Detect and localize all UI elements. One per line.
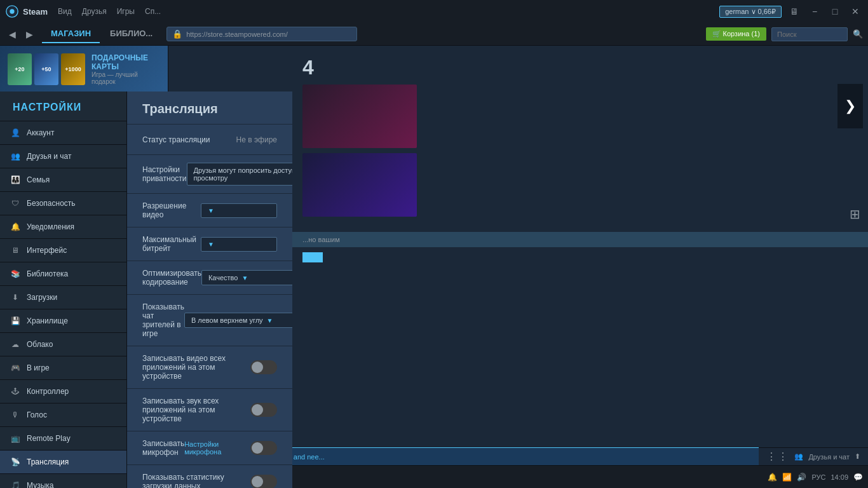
forward-button[interactable]: ▶ [22, 28, 37, 41]
cart-button[interactable]: 🛒 Корзина (1) [706, 27, 766, 41]
tab-library[interactable]: БИБЛИО... [101, 25, 161, 43]
record-audio-label: Записывать звук всех приложений на этом … [142, 396, 250, 423]
settings-nav-cloud[interactable]: ☁ Облако [0, 333, 126, 356]
setting-encoding: Оптимизировать кодирование Качество ▼ [127, 261, 292, 295]
bitrate-label: Максимальный битрейт [142, 235, 201, 253]
taskbar-lang[interactable]: РУС [811, 473, 825, 481]
taskbar-network[interactable]: 📶 [782, 473, 792, 482]
friends-bar-icon: 👥 [794, 452, 803, 461]
bandwidth-stats-label: Показывать статистику загрузки данных [142, 473, 250, 488]
broadcast-icon: 📡 [10, 457, 20, 467]
window-restore-button[interactable]: □ [827, 4, 843, 19]
storage-icon: 💾 [10, 316, 20, 326]
show-chat-dropdown[interactable]: В левом верхнем углу ▼ [184, 313, 292, 328]
setting-record-video: Записывать видео всех приложений на этом… [127, 346, 292, 389]
setting-privacy: Настройки приватности Друзья могут попро… [127, 155, 292, 194]
app-title: Steam [23, 7, 48, 17]
settings-nav-interface[interactable]: 🖥 Интерфейс [0, 239, 126, 262]
taskbar-notifications[interactable]: 🔔 [768, 473, 777, 482]
voice-icon: 🎙 [10, 410, 20, 420]
search-icon[interactable]: 🔍 [853, 29, 863, 39]
security-icon: 🛡 [10, 198, 20, 208]
gift-card-medium: +50 [34, 53, 58, 85]
settings-nav-ingame[interactable]: 🎮 В игре [0, 356, 126, 380]
bitrate-dropdown[interactable]: ▼ [201, 237, 277, 252]
titlebar-controls: german ∨ 0,66₽ 🖥 − □ ✕ [719, 4, 863, 19]
encoding-label: Оптимизировать кодирование [142, 269, 201, 287]
menu-games[interactable]: Игры [117, 7, 135, 16]
taskbar-right: 🔔 📶 🔊 РУС 14:09 💬 [768, 473, 863, 482]
tab-store[interactable]: МАГАЗИН [42, 25, 100, 43]
gift-title[interactable]: ПОДАРОЧНЫЕ КАРТЫ [92, 53, 160, 71]
settings-nav-account[interactable]: 👤 Аккаунт [0, 121, 126, 145]
settings-nav-music[interactable]: 🎵 Музыка [0, 474, 126, 488]
gift-card-large: +1000 [61, 53, 85, 85]
window-minimize-button[interactable]: − [807, 4, 822, 19]
settings-nav-remoteplay[interactable]: 📺 Remote Play [0, 427, 126, 451]
record-video-knob [252, 362, 263, 373]
window-close-button[interactable]: ✕ [848, 4, 863, 19]
settings-nav-downloads[interactable]: ⬇ Загрузки [0, 286, 126, 309]
setting-record-audio: Записывать звук всех приложений на этом … [127, 389, 292, 431]
setting-resolution: Разрешение видео ▼ [127, 194, 292, 227]
address-bar[interactable]: 🔒 https://store.steampowered.com/ [166, 27, 357, 41]
show-chat-label: Показывать чат зрителей в игре [142, 302, 184, 338]
cta-button[interactable] [302, 252, 323, 262]
settings-nav-library[interactable]: 📚 Библиотека [0, 262, 126, 286]
record-video-toggle[interactable] [250, 360, 277, 374]
monitor-icon[interactable]: 🖥 [787, 4, 802, 19]
settings-content: Трансляция Статус трансляции Не в эфире … [127, 92, 292, 488]
menu-friends[interactable]: Друзья [82, 7, 107, 16]
taskbar-action-center[interactable]: 💬 [853, 473, 863, 482]
settings-nav-security[interactable]: 🛡 Безопасность [0, 192, 126, 215]
privacy-dropdown[interactable]: Друзья могут попросить доступ к просмотр… [187, 163, 292, 186]
settings-nav-voice[interactable]: 🎙 Голос [0, 403, 126, 427]
settings-nav-family[interactable]: 👨‍👩‍👧 Семья [0, 168, 126, 192]
settings-panel: НАСТРОЙКИ 👤 Аккаунт 👥 Друзья и чат 👨‍👩‍👧… [0, 92, 292, 488]
friends-bar-expand[interactable]: ⬆ [855, 452, 860, 461]
menu-view[interactable]: Вид [58, 7, 72, 16]
setting-show-chat: Показывать чат зрителей в игре В левом в… [127, 295, 292, 346]
setting-broadcast-status: Статус трансляции Не в эфире [127, 125, 292, 155]
bandwidth-stats-toggle[interactable] [250, 475, 277, 488]
windows-icon: ⊞ [850, 207, 860, 222]
user-badge[interactable]: german ∨ 0,66₽ [719, 6, 782, 18]
carousel-counter: 4 [302, 56, 314, 79]
mic-settings-link[interactable]: Настройки микрофона [184, 440, 238, 456]
settings-nav-account-label: Аккаунт [27, 128, 54, 137]
menu-help[interactable]: Сп... [145, 7, 161, 16]
cta-area [292, 252, 868, 264]
settings-nav-controller[interactable]: 🕹 Контроллер [0, 380, 126, 403]
svg-point-1 [10, 9, 14, 13]
taskbar-sound[interactable]: 🔊 [797, 473, 806, 482]
search-input[interactable] [771, 27, 848, 41]
gift-banner: +20 +50 +1000 ПОДАРОЧНЫЕ КАРТЫ Игра — лу… [0, 46, 168, 93]
record-mic-label: Записывать микрофон [142, 439, 184, 457]
address-text: https://store.steampowered.com/ [186, 30, 288, 38]
settings-nav-broadcast[interactable]: 📡 Трансляция [0, 451, 126, 474]
setting-record-mic: Записывать микрофон Настройки микрофона [127, 431, 292, 465]
encoding-dropdown[interactable]: Качество ▼ [201, 270, 292, 285]
ingame-icon: 🎮 [10, 363, 20, 373]
settings-nav-friends[interactable]: 👥 Друзья и чат [0, 145, 126, 168]
broadcast-status-label: Статус трансляции [142, 135, 236, 144]
settings-nav-storage[interactable]: 💾 Хранилище [0, 309, 126, 333]
record-mic-toggle[interactable] [250, 441, 277, 455]
recommended-banner: ...но вашим [292, 232, 868, 247]
titlebar-menu: Вид Друзья Игры Сп... [58, 7, 161, 16]
carousel-next-button[interactable]: ❯ [837, 84, 863, 128]
game-thumbnails [302, 85, 858, 148]
app-logo: Steam [5, 4, 48, 18]
game-thumb-2 [302, 153, 417, 217]
settings-nav-notifications[interactable]: 🔔 Уведомления [0, 215, 126, 239]
friends-bar-label[interactable]: Друзья и чат [808, 453, 850, 461]
game-thumb-1 [302, 85, 417, 148]
record-audio-knob [252, 404, 263, 416]
privacy-value: Друзья могут попросить доступ к просмотр… [194, 166, 292, 182]
resolution-dropdown[interactable]: ▼ [201, 203, 277, 218]
right-content-area: 4 ❯ ⊞ ...но вашим [292, 46, 868, 465]
back-button[interactable]: ◀ [5, 28, 20, 41]
friends-bar: ⋮⋮ 👥 Друзья и чат ⬆ [759, 447, 868, 465]
record-audio-toggle[interactable] [250, 403, 277, 417]
bandwidth-stats-knob [252, 476, 263, 487]
